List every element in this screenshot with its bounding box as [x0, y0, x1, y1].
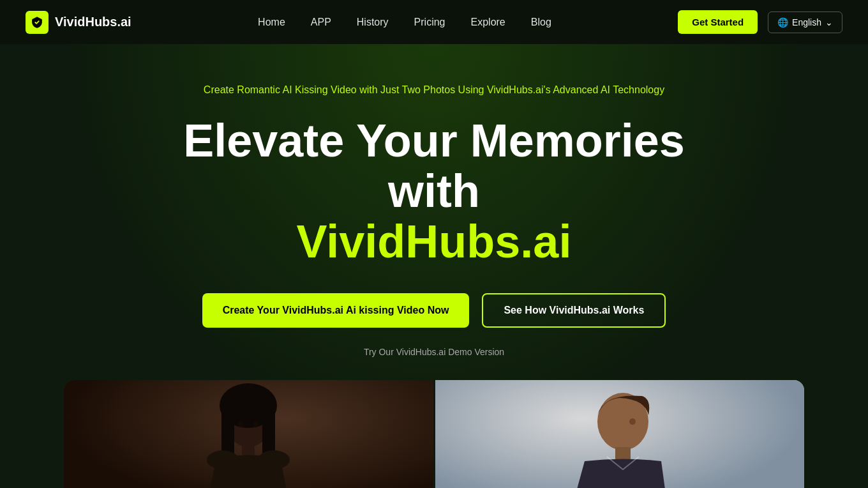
hero-title: Elevate Your Memories with VividHubs.ai — [147, 116, 721, 268]
hero-title-part1: Elevate Your Memories with — [183, 115, 685, 217]
hero-buttons: Create Your VividHubs.ai Ai kissing Vide… — [202, 293, 666, 328]
language-label: English — [792, 17, 821, 27]
navbar-right: Get Started 🌐 English ⌄ — [678, 10, 842, 34]
svg-rect-4 — [242, 444, 255, 457]
svg-point-5 — [207, 450, 239, 469]
nav-item-explore[interactable]: Explore — [471, 17, 505, 28]
svg-point-11 — [629, 418, 636, 425]
nav-item-home[interactable]: Home — [258, 17, 285, 28]
logo-icon — [26, 11, 49, 34]
logo[interactable]: VividHubs.ai — [26, 11, 131, 34]
language-globe-icon: 🌐 — [777, 17, 788, 27]
navbar: VividHubs.ai Home APP History Pricing Ex… — [0, 0, 868, 44]
hero-image-man — [435, 380, 805, 488]
chevron-down-icon: ⌄ — [825, 17, 833, 27]
language-selector[interactable]: 🌐 English ⌄ — [768, 11, 842, 33]
hero-section: Create Romantic AI Kissing Video with Ju… — [0, 44, 868, 488]
hero-image-woman — [64, 380, 433, 488]
nav-item-blog[interactable]: Blog — [531, 17, 551, 28]
man-silhouette — [435, 380, 805, 488]
nav-item-pricing[interactable]: Pricing — [414, 17, 445, 28]
svg-rect-3 — [262, 406, 275, 457]
image-divider — [433, 380, 435, 488]
create-video-button[interactable]: Create Your VividHubs.ai Ai kissing Vide… — [202, 293, 470, 328]
see-how-works-button[interactable]: See How VividHubs.ai Works — [482, 293, 666, 328]
nav-item-app[interactable]: APP — [311, 17, 331, 28]
nav-item-history[interactable]: History — [357, 17, 389, 28]
logo-text: VividHubs.ai — [55, 15, 131, 29]
get-started-button[interactable]: Get Started — [678, 10, 758, 34]
svg-point-6 — [258, 450, 290, 469]
svg-point-7 — [238, 422, 243, 428]
nav-links: Home APP History Pricing Explore Blog — [258, 17, 551, 28]
hero-tagline: Create Romantic AI Kissing Video with Ju… — [204, 82, 664, 98]
svg-rect-2 — [221, 406, 234, 457]
hero-demo-text[interactable]: Try Our VividHubs.ai Demo Version — [364, 347, 504, 357]
hero-title-accent: VividHubs.ai — [297, 216, 572, 267]
woman-silhouette — [64, 380, 433, 488]
svg-point-8 — [253, 422, 258, 428]
hero-images — [64, 380, 804, 488]
